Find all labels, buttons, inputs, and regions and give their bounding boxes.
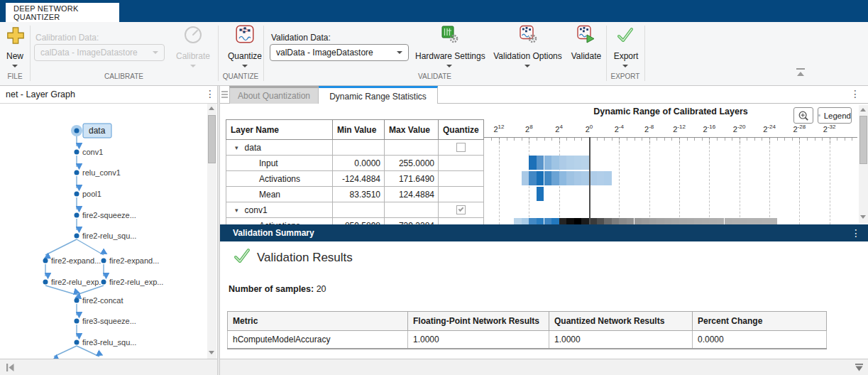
calibrate-dropdown-caret[interactable] [190,65,196,67]
validation-results-heading: Validation Results [257,251,353,265]
graph-node-fire2-concat[interactable]: fire2-concat [75,296,123,305]
calibration-data-combo[interactable]: calData - ImageDatastore [34,44,165,61]
graph-node-fire3-squeeze[interactable]: fire3-squeeze... [75,317,136,325]
col-quantized[interactable]: Quantized Network Results [549,312,693,331]
statistic-name: Activations [226,218,333,225]
new-dropdown-caret[interactable] [12,65,18,67]
histogram-cell [589,218,597,224]
validation-data-combo[interactable]: valData - ImageDatastore [270,44,409,61]
panel-handle-icon[interactable] [221,91,228,99]
quantize-checkbox[interactable] [456,143,466,152]
table-row[interactable]: Activations-124.4884171.6490 [226,171,484,187]
table-row[interactable]: Mean83.3510124.4884 [226,187,484,202]
validation-summary-panel: Validation Summary ⋮ Validation Results … [220,224,868,359]
histogram-cell [574,218,582,224]
status-bar-divider [217,359,220,375]
quantize-dropdown-caret[interactable] [242,65,248,67]
scroll-up-icon[interactable] [860,108,866,112]
histogram-cell [702,218,710,224]
axis-tick [792,138,793,141]
collapse-ribbon-icon[interactable] [795,68,806,77]
axis-tick-label: 212 [487,124,511,134]
graph-node-pool1[interactable]: pool1 [75,190,101,198]
histogram-cell [544,156,552,170]
axis-tick [664,138,665,141]
graph-node-fire2-squeeze[interactable]: fire2-squeeze... [75,211,136,219]
col-metric[interactable]: Metric [228,312,408,331]
col-max-value[interactable]: Max Value [385,120,439,140]
graph-node-fire2-expand[interactable]: fire2-expand... [101,256,160,265]
svg-text:pool1: pool1 [82,190,101,198]
histogram-cell [544,218,552,224]
deep-network-quantizer-app: { "titlebar": { "tab": "DEEP NETWORK QUA… [0,0,868,375]
table-row[interactable]: ▾data [226,140,484,156]
layer-graph-menu-icon[interactable]: ⋮ [205,89,215,99]
results-row[interactable]: hComputeModelAccuracy1.00001.00000.0000 [228,331,827,349]
scroll-down-icon[interactable] [860,215,866,219]
collapse-bottom-panel-icon[interactable] [855,363,864,372]
section-label-export: EXPORT [606,72,644,80]
axis-tick [544,138,545,141]
axis-tick [627,138,627,141]
graph-node-relu-conv1[interactable]: relu_conv1 [75,168,121,177]
validation-options-dropdown-caret[interactable] [524,65,530,67]
new-button[interactable]: New [0,51,30,61]
table-row[interactable]: Activations-859.5898739.3384 [226,218,484,225]
section-label-file: FILE [0,72,30,80]
validation-options-button[interactable]: Validation Options [493,51,562,61]
calibrate-button[interactable]: Calibrate [170,51,216,61]
export-check-icon [616,26,634,45]
document-tab-strip: About Quantization Dynamic Range Statist… [220,86,868,104]
legend-button[interactable]: Legend [818,107,852,124]
table-row[interactable]: Input0.0000255.0000 [226,156,484,171]
histogram-cell [566,156,574,170]
hardware-settings-dropdown-caret[interactable] [446,65,452,67]
section-label-calibrate: CALIBRATE [30,72,218,80]
graph-node-fire2-expand[interactable]: fire2-expand... [43,256,101,265]
graph-node-conv1[interactable]: conv1 [75,148,104,156]
quantize-checkbox[interactable] [456,205,466,214]
expand-caret-icon[interactable]: ▾ [235,207,238,214]
axis-tick [822,138,823,141]
graph-node-data[interactable]: data [71,124,111,138]
graph-node-fire2-relu-squ[interactable]: fire2-relu_squ... [75,232,137,240]
axis-tick [717,138,718,141]
scroll-up-icon[interactable] [209,107,214,110]
tab-dynamic-range-statistics[interactable]: Dynamic Range Statistics [319,86,438,104]
validate-icon [576,25,596,44]
layer-graph-scrollbar[interactable] [207,104,216,359]
quantize-button[interactable]: Quantize [223,51,267,61]
col-layer-name[interactable]: Layer Name [226,120,333,140]
scroll-down-icon[interactable] [209,351,214,354]
table-row[interactable]: ▾conv1 [226,202,484,218]
graph-node-fire2-relu-exp[interactable]: fire2-relu_exp. [43,278,101,286]
validation-summary-menu-icon[interactable]: ⋮ [851,228,861,238]
col-percent-change[interactable]: Percent Change [693,312,827,331]
titlebar: DEEP NETWORK QUANTIZER [0,0,868,22]
axis-tick [762,138,762,141]
col-min-value[interactable]: Min Value [333,120,385,140]
axis-tick [604,138,605,141]
document-menu-icon[interactable]: ⋮ [850,89,860,99]
expand-caret-icon[interactable]: ▾ [235,144,238,151]
scrollbar-thumb[interactable] [208,115,216,163]
axis-tick-label: 2-8 [637,124,661,134]
app-tab[interactable]: DEEP NETWORK QUANTIZER [6,3,119,22]
histogram-cell [649,218,657,224]
collapse-left-panel-icon[interactable] [6,363,15,372]
scrollbar-thumb[interactable] [859,116,867,164]
layer-graph-canvas[interactable]: dataconv1relu_conv1pool1fire2-squeeze...… [0,104,217,359]
graph-node-fire3-relu-squ[interactable]: fire3-relu_squ... [75,338,137,347]
export-dropdown-caret[interactable] [622,65,628,67]
validate-button[interactable]: Validate [568,51,605,61]
zoom-in-button[interactable] [793,107,813,124]
export-button[interactable]: Export [609,51,643,61]
histogram-cell [581,171,589,185]
graph-node-fire2-relu-exp[interactable]: fire2-relu_exp... [101,278,164,286]
col-floating-point[interactable]: Floating-Point Network Results [408,312,549,331]
col-quantize[interactable]: Quantize [439,120,484,140]
tab-about-quantization[interactable]: About Quantization [229,86,319,104]
histogram-cell [559,156,567,170]
chart-scrollbar[interactable] [859,105,868,223]
hardware-settings-button[interactable]: Hardware Settings [415,51,483,61]
